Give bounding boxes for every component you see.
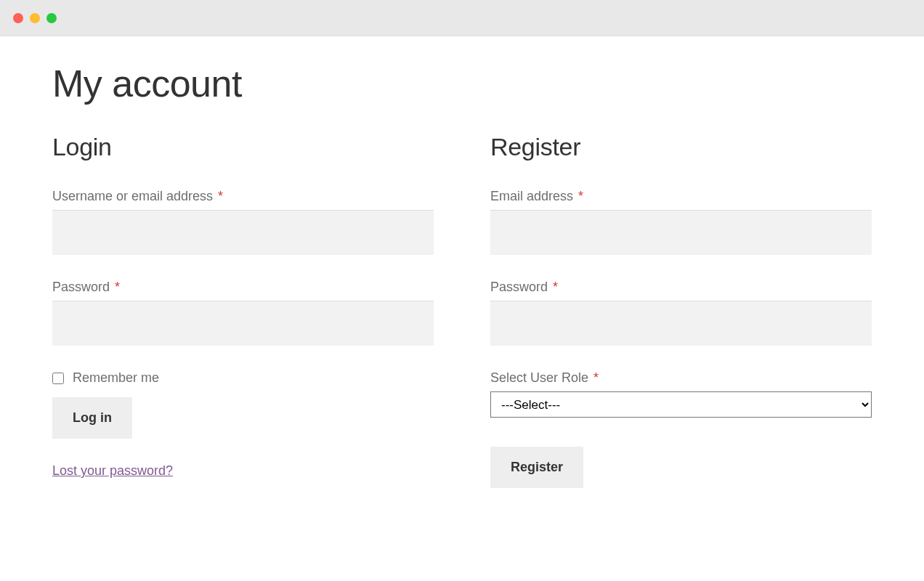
remember-me-checkbox[interactable] (52, 373, 64, 384)
minimize-window-button[interactable] (30, 13, 40, 23)
register-email-label: Email address * (490, 189, 872, 204)
register-button[interactable]: Register (490, 447, 583, 488)
window-chrome (0, 0, 924, 36)
login-button[interactable]: Log in (52, 397, 132, 439)
remember-me-row[interactable]: Remember me (52, 370, 434, 386)
page-title: My account (52, 62, 872, 105)
required-mark: * (553, 280, 558, 294)
lost-password-link[interactable]: Lost your password? (52, 463, 173, 479)
login-password-input[interactable] (52, 301, 434, 346)
login-username-row: Username or email address * (52, 189, 434, 255)
register-role-label-text: Select User Role (490, 370, 588, 385)
register-role-select[interactable]: ---Select--- (490, 391, 872, 418)
maximize-window-button[interactable] (46, 13, 57, 23)
register-role-label: Select User Role * (490, 370, 872, 386)
register-email-row: Email address * (490, 189, 872, 255)
register-email-label-text: Email address (490, 189, 573, 203)
login-username-input[interactable] (52, 210, 434, 255)
register-role-row: Select User Role * ---Select--- (490, 370, 872, 418)
login-password-label: Password * (52, 280, 434, 295)
login-username-label: Username or email address * (52, 189, 434, 204)
register-password-label-text: Password (490, 280, 548, 294)
register-heading: Register (490, 133, 872, 161)
required-mark: * (218, 189, 223, 203)
close-window-button[interactable] (13, 13, 23, 23)
login-section: Login Username or email address * Passwo… (52, 133, 434, 488)
register-password-input[interactable] (490, 301, 872, 346)
register-section: Register Email address * Password * Sele… (490, 133, 872, 488)
login-username-label-text: Username or email address (52, 189, 213, 203)
columns: Login Username or email address * Passwo… (52, 133, 872, 488)
page-content: My account Login Username or email addre… (0, 36, 924, 532)
remember-me-label: Remember me (73, 370, 159, 386)
login-heading: Login (52, 133, 434, 161)
register-password-label: Password * (490, 280, 872, 295)
register-password-row: Password * (490, 280, 872, 346)
login-password-row: Password * (52, 280, 434, 346)
register-email-input[interactable] (490, 210, 872, 255)
required-mark: * (593, 370, 599, 385)
required-mark: * (578, 189, 583, 203)
required-mark: * (115, 280, 120, 294)
login-password-label-text: Password (52, 280, 110, 294)
